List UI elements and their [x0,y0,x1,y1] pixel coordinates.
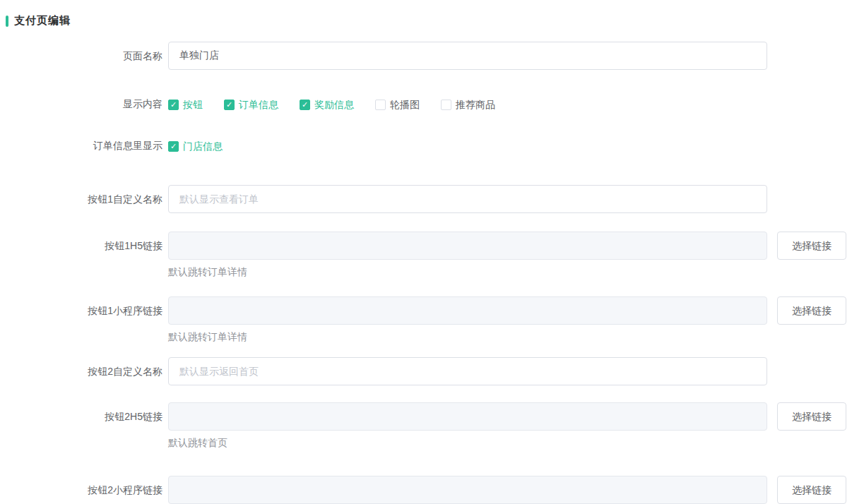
button1-miniprogram-link-helper: 默认跳转订单详情 [168,330,846,343]
page-title: 支付页编辑 [14,14,71,28]
checkbox-order-info[interactable]: ✓ 订单信息 [224,97,278,112]
checkbox-box: ✓ [300,100,310,110]
button2-miniprogram-link-label: 按钮2小程序链接 [0,476,162,504]
button2-miniprogram-link-input[interactable] [168,476,767,504]
button1-miniprogram-select-link-button[interactable]: 选择链接 [777,296,846,325]
button2-custom-name-label: 按钮2自定义名称 [0,357,162,385]
accent-bar-icon [6,16,8,27]
check-icon: ✓ [170,100,177,108]
checkbox-reward-info[interactable]: ✓ 奖励信息 [300,97,354,112]
checkbox-recommended-products[interactable]: ✓ 推荐商品 [441,97,495,112]
checkbox-box: ✓ [168,100,179,110]
checkbox-label: 推荐商品 [456,97,495,112]
checkbox-label: 轮播图 [390,97,420,112]
section-title: 支付页编辑 [0,14,864,28]
form-row-button2-h5-link: 按钮2H5链接 选择链接 默认跳转首页 [0,402,864,449]
button1-h5-link-label: 按钮1H5链接 [0,232,162,260]
form-row-button1-custom-name: 按钮1自定义名称 [0,185,864,213]
button2-h5-link-label: 按钮2H5链接 [0,402,162,431]
check-icon: ✓ [302,100,308,108]
button1-custom-name-label: 按钮1自定义名称 [0,185,162,213]
checkbox-label: 订单信息 [239,97,278,112]
button2-miniprogram-select-link-button[interactable]: 选择链接 [777,476,846,504]
button1-h5-select-link-button[interactable]: 选择链接 [777,232,846,260]
button2-h5-link-helper: 默认跳转首页 [168,436,846,449]
form-row-button1-h5-link: 按钮1H5链接 选择链接 默认跳转订单详情 [0,232,864,278]
check-icon: ✓ [170,142,177,150]
checkbox-label: 按钮 [183,97,203,112]
checkbox-box: ✓ [441,100,451,110]
checkbox-box: ✓ [224,100,235,110]
form-row-order-info-display: 订单信息里显示 ✓ 门店信息 [0,138,864,153]
payment-page-edit-panel: 支付页编辑 页面名称 显示内容 ✓ 按钮 ✓ 订单信息 ✓ 奖励信息 ✓ [0,0,864,504]
form-row-button2-custom-name: 按钮2自定义名称 [0,357,864,385]
checkbox-store-info[interactable]: ✓ 门店信息 [168,139,223,153]
checkbox-box: ✓ [375,100,386,110]
checkbox-carousel[interactable]: ✓ 轮播图 [375,97,420,112]
checkbox-label: 奖励信息 [314,97,354,112]
form-row-button2-miniprogram-link: 按钮2小程序链接 选择链接 [0,476,864,504]
checkbox-box: ✓ [168,141,179,152]
checkbox-buttons[interactable]: ✓ 按钮 [168,97,203,112]
page-name-input[interactable] [168,42,767,70]
button1-h5-link-input[interactable] [168,232,767,260]
check-icon: ✓ [226,100,232,108]
button2-custom-name-input[interactable] [168,357,767,385]
button1-miniprogram-link-input[interactable] [168,296,767,325]
checkbox-label: 门店信息 [183,139,223,153]
button2-h5-link-input[interactable] [168,402,767,431]
button1-h5-link-helper: 默认跳转订单详情 [168,265,846,278]
form-row-button1-miniprogram-link: 按钮1小程序链接 选择链接 默认跳转订单详情 [0,296,864,343]
form-row-display-content: 显示内容 ✓ 按钮 ✓ 订单信息 ✓ 奖励信息 ✓ 轮播图 ✓ 推荐商品 [0,97,864,112]
form-row-page-name: 页面名称 [0,42,864,70]
button1-custom-name-input[interactable] [168,185,767,213]
page-name-label: 页面名称 [0,42,162,70]
button2-h5-select-link-button[interactable]: 选择链接 [777,402,846,431]
display-content-label: 显示内容 [0,97,162,111]
order-info-display-label: 订单信息里显示 [0,138,162,152]
button1-miniprogram-link-label: 按钮1小程序链接 [0,296,162,325]
